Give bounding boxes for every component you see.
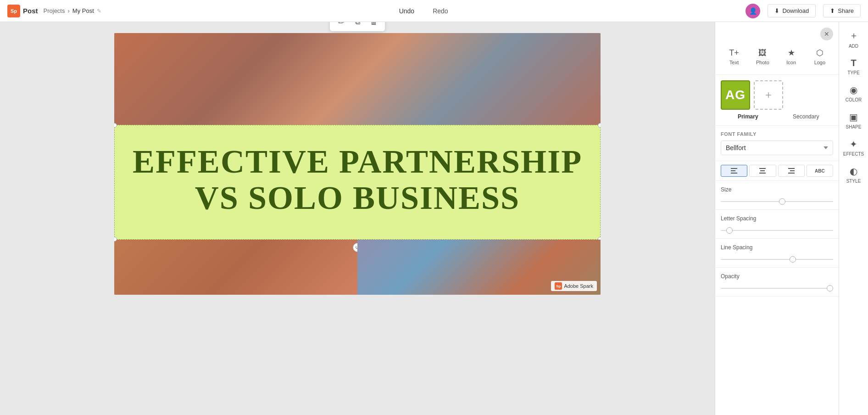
- post-headline: EFFECTIVE PARTNERSHIP VS SOLO BUSINESS: [124, 144, 591, 216]
- align-center-button[interactable]: [749, 165, 776, 177]
- letter-spacing-slider-section: Letter Spacing: [715, 210, 839, 239]
- svg-rect-3: [759, 168, 766, 169]
- line-spacing-slider-section: Line Spacing: [715, 239, 839, 268]
- align-left-button[interactable]: [721, 165, 747, 177]
- add-sidebar-icon: ＋: [849, 29, 858, 42]
- letter-spacing-label: Letter Spacing: [721, 215, 833, 222]
- logo-type-icon: ⬡: [816, 48, 823, 58]
- breadcrumb-current: My Post: [72, 7, 94, 14]
- type-text-button[interactable]: T+ Text: [721, 44, 747, 69]
- canvas-post[interactable]: EFFECTIVE PARTNERSHIP VS SOLO BUSINESS ↺…: [114, 33, 601, 295]
- panel-type-selector: T+ Text 🖼 Photo ★ Icon ⬡ Logo: [721, 44, 833, 69]
- share-icon: ⬆: [830, 7, 835, 14]
- svg-rect-5: [759, 173, 766, 174]
- sidebar-style-button[interactable]: ◐ STYLE: [842, 162, 866, 187]
- share-button[interactable]: ⬆ Share: [823, 4, 861, 17]
- main-layout: ✏ ⧉ 🗑 EFFECTIVE PARTNERSHIP VS SOLO BUSI…: [0, 22, 868, 415]
- type-photo-button[interactable]: 🖼 Photo: [749, 44, 776, 69]
- post-text-block[interactable]: EFFECTIVE PARTNERSHIP VS SOLO BUSINESS ↺: [114, 125, 601, 240]
- post-bottom-images: Sp Adobe Spark: [114, 240, 601, 295]
- panel-top: ✕ T+ Text 🖼 Photo ★ Icon: [715, 22, 839, 75]
- right-sidebar: ＋ ADD T TYPE ◉ COLOR ▣ SHAPE ✦ EFFECTS ◐…: [839, 22, 868, 415]
- undo-button[interactable]: Undo: [392, 5, 422, 17]
- undo-redo-group: Undo Redo: [107, 5, 740, 17]
- align-left-icon: [731, 168, 737, 174]
- watermark-logo: Sp: [555, 282, 562, 290]
- text-type-label: Text: [729, 60, 739, 65]
- opacity-label: Opacity: [721, 273, 833, 280]
- avatar-button[interactable]: 👤: [746, 4, 760, 18]
- panel-close-button[interactable]: ✕: [820, 28, 833, 40]
- edit-element-button[interactable]: ✏: [334, 22, 348, 29]
- selection-handle-tr[interactable]: [598, 123, 601, 128]
- post-bottom-left-image: [114, 240, 357, 295]
- sp-logo-icon: Sp: [7, 5, 20, 17]
- sidebar-color-button[interactable]: ◉ COLOR: [842, 81, 866, 106]
- align-btn-row: ABC: [721, 165, 833, 177]
- watermark-text: Adobe Spark: [564, 283, 593, 289]
- post-top-image: [114, 33, 601, 125]
- element-toolbar: ✏ ⧉ 🗑: [330, 22, 385, 31]
- font-family-select[interactable]: Bellfort Arial Georgia Helvetica Times N…: [721, 140, 833, 155]
- size-slider-section: Size: [715, 181, 839, 210]
- breadcrumb-parent[interactable]: Projects: [44, 7, 65, 14]
- align-right-icon: [788, 168, 795, 174]
- download-icon: ⬇: [774, 7, 779, 14]
- right-area: ✕ T+ Text 🖼 Photo ★ Icon: [715, 22, 868, 415]
- redo-button[interactable]: Redo: [425, 5, 455, 17]
- post-bottom-right-image: Sp Adobe Spark: [357, 240, 601, 295]
- effects-sidebar-icon: ✦: [850, 139, 857, 150]
- app-name: Post: [23, 7, 38, 15]
- edit-name-icon[interactable]: ✎: [97, 8, 101, 14]
- align-justify-button[interactable]: ABC: [807, 165, 833, 177]
- svg-rect-0: [731, 168, 737, 169]
- breadcrumb: Projects › My Post ✎: [44, 7, 101, 14]
- canvas-area: ✏ ⧉ 🗑 EFFECTIVE PARTNERSHIP VS SOLO BUSI…: [0, 22, 715, 415]
- app-logo: Sp Post: [7, 5, 38, 17]
- style-sidebar-icon: ◐: [850, 166, 857, 177]
- secondary-color-button[interactable]: +: [754, 80, 783, 110]
- right-panel: ✕ T+ Text 🖼 Photo ★ Icon: [715, 22, 839, 415]
- sidebar-effects-button[interactable]: ✦ EFFECTS: [842, 135, 866, 160]
- alignment-section: ABC: [715, 161, 839, 181]
- svg-rect-8: [788, 173, 795, 174]
- photo-type-icon: 🖼: [758, 48, 767, 58]
- sidebar-shape-button[interactable]: ▣ SHAPE: [842, 108, 866, 133]
- selection-handle-tl[interactable]: [114, 123, 117, 128]
- primary-color-button[interactable]: AG: [721, 80, 750, 110]
- sidebar-type-button[interactable]: T TYPE: [842, 54, 866, 79]
- breadcrumb-separator: ›: [67, 7, 69, 14]
- theme-section: AG + Primary Secondary: [715, 75, 839, 126]
- theme-label-row: Primary Secondary: [721, 113, 833, 120]
- svg-rect-2: [731, 173, 737, 174]
- secondary-theme-label: Secondary: [779, 113, 834, 120]
- delete-element-button[interactable]: 🗑: [367, 22, 381, 29]
- topbar-actions: 👤 ⬇ Download ⬆ Share: [746, 4, 861, 18]
- sidebar-add-button[interactable]: ＋ ADD: [842, 26, 866, 52]
- align-justify-icon: ABC: [815, 168, 825, 174]
- svg-rect-6: [788, 168, 795, 169]
- icon-type-label: Icon: [786, 60, 796, 65]
- letter-spacing-slider[interactable]: [721, 230, 833, 231]
- size-slider[interactable]: [721, 201, 833, 202]
- font-family-label: FONT FAMILY: [721, 131, 833, 137]
- svg-rect-7: [790, 170, 795, 171]
- type-logo-button[interactable]: ⬡ Logo: [807, 44, 833, 69]
- duplicate-element-button[interactable]: ⧉: [350, 22, 365, 29]
- type-sidebar-label: TYPE: [847, 70, 859, 75]
- theme-colors-row: AG +: [721, 80, 833, 110]
- primary-theme-label: Primary: [721, 113, 775, 120]
- style-sidebar-label: STYLE: [846, 179, 861, 184]
- align-right-button[interactable]: [778, 165, 805, 177]
- shape-sidebar-icon: ▣: [849, 112, 858, 123]
- opacity-slider[interactable]: [721, 288, 833, 289]
- align-center-icon: [759, 168, 766, 174]
- download-button[interactable]: ⬇ Download: [768, 4, 816, 17]
- icon-type-icon: ★: [788, 48, 795, 58]
- line-spacing-slider[interactable]: [721, 259, 833, 260]
- svg-rect-4: [760, 170, 765, 171]
- size-label: Size: [721, 186, 833, 193]
- photo-type-label: Photo: [756, 60, 769, 65]
- opacity-slider-section: Opacity: [715, 268, 839, 297]
- type-icon-button[interactable]: ★ Icon: [778, 44, 805, 69]
